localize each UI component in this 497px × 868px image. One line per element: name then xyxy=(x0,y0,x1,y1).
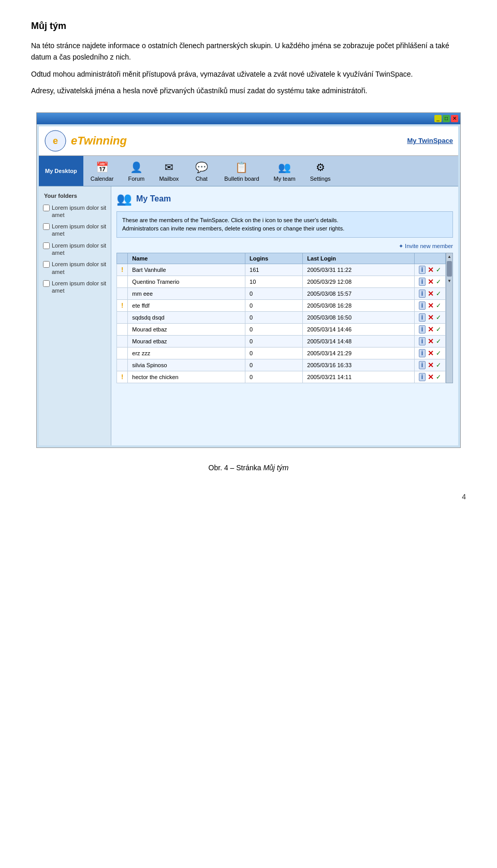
warn-cell-6 xyxy=(117,335,128,347)
delete-button-2[interactable]: ✕ xyxy=(428,290,434,298)
sidebar-item-1[interactable]: Lorem ipsum dolor sit amet xyxy=(39,221,111,240)
minimize-button[interactable]: _ xyxy=(434,115,442,122)
sidebar-checkbox-2[interactable] xyxy=(43,242,50,249)
info-button-0[interactable]: i xyxy=(419,266,426,274)
paragraph-1: Na této stránce najdete informace o osta… xyxy=(31,40,466,63)
delete-button-0[interactable]: ✕ xyxy=(428,266,434,274)
maximize-button[interactable]: □ xyxy=(443,115,450,122)
name-cell-2: mm eee xyxy=(128,287,245,299)
nav-tool-settings[interactable]: ⚙Settings xyxy=(303,158,338,184)
info-button-4[interactable]: i xyxy=(419,313,426,322)
info-button-5[interactable]: i xyxy=(419,325,426,334)
nav-tool-calendar[interactable]: 📅Calendar xyxy=(83,158,121,184)
myteam-label: My team xyxy=(274,176,296,182)
check-button-0[interactable]: ✓ xyxy=(436,266,441,273)
nav-desktop-label[interactable]: My Desktop xyxy=(39,156,83,186)
nav-tool-mailbox[interactable]: ✉Mailbox xyxy=(152,158,186,184)
settings-label: Settings xyxy=(310,176,331,182)
sidebar-checkbox-3[interactable] xyxy=(43,261,50,268)
bulletin-label: Bulletin board xyxy=(224,176,259,182)
info-button-6[interactable]: i xyxy=(419,337,426,345)
check-button-3[interactable]: ✓ xyxy=(436,302,441,309)
warn-cell-8 xyxy=(117,359,128,371)
close-button[interactable]: ✕ xyxy=(451,115,458,122)
lastlogin-cell-8: 2005/03/16 16:33 xyxy=(303,359,414,371)
logins-cell-2: 0 xyxy=(245,287,303,299)
delete-button-5[interactable]: ✕ xyxy=(428,325,434,334)
info-button-2[interactable]: i xyxy=(419,290,426,298)
info-button-7[interactable]: i xyxy=(419,349,426,357)
delete-button-1[interactable]: ✕ xyxy=(428,278,434,286)
scroll-up-button[interactable]: ▲ xyxy=(447,253,451,260)
check-button-7[interactable]: ✓ xyxy=(436,350,441,357)
page-number: 4 xyxy=(31,493,466,501)
delete-button-3[interactable]: ✕ xyxy=(428,301,434,310)
table-row: ! ete ffdf 0 2005/03/08 16:28 i ✕ ✓ xyxy=(117,299,446,311)
lastlogin-cell-0: 2005/03/31 11:22 xyxy=(303,264,414,276)
sidebar-item-0[interactable]: Lorem ipsum dolor sit amet xyxy=(39,202,111,221)
actions-cell-1: i ✕ ✓ xyxy=(414,276,445,287)
warn-icon: ! xyxy=(121,266,123,273)
bulletin-icon: 📋 xyxy=(233,160,250,175)
scroll-thumb[interactable] xyxy=(447,261,452,277)
check-button-6[interactable]: ✓ xyxy=(436,338,441,345)
sidebar-checkbox-1[interactable] xyxy=(43,223,50,230)
app-header: e eTwinning My TwinSpace xyxy=(39,126,458,156)
delete-button-8[interactable]: ✕ xyxy=(428,361,434,369)
info-button-1[interactable]: i xyxy=(419,278,426,286)
paragraph-3: Adresy, uživatelská jména a hesla nově p… xyxy=(31,85,466,96)
logo-area: e eTwinning xyxy=(44,129,127,152)
check-button-2[interactable]: ✓ xyxy=(436,290,441,297)
chat-label: Chat xyxy=(196,176,208,182)
sidebar-checkbox-0[interactable] xyxy=(43,205,50,211)
calendar-label: Calendar xyxy=(91,176,114,182)
name-cell-3: ete ffdf xyxy=(128,299,245,311)
warn-icon: ! xyxy=(121,373,123,381)
logins-cell-9: 0 xyxy=(245,371,303,383)
info-button-3[interactable]: i xyxy=(419,301,426,310)
sidebar-item-3[interactable]: Lorem ipsum dolor sit amet xyxy=(39,258,111,278)
sidebar-item-text-4: Lorem ipsum dolor sit amet xyxy=(52,280,107,295)
screenshot-container: _ □ ✕ e eTwinning My TwinSpace My Deskto… xyxy=(36,112,461,448)
invite-new-member-link[interactable]: ✦ Invite new member xyxy=(116,243,453,250)
nav-bar: My Desktop 📅Calendar👤Forum✉Mailbox💬Chat📋… xyxy=(39,156,458,186)
table-scrollbar[interactable]: ▲ ▼ xyxy=(446,253,453,383)
table-row: Mourad etbaz 0 2005/03/14 14:48 i ✕ ✓ xyxy=(117,335,446,347)
check-button-1[interactable]: ✓ xyxy=(436,278,441,285)
check-button-5[interactable]: ✓ xyxy=(436,326,441,333)
sidebar-checkbox-4[interactable] xyxy=(43,280,50,287)
info-button-9[interactable]: i xyxy=(419,373,426,381)
paragraph-2: Odtud mohou administrátoři měnit přístup… xyxy=(31,68,466,80)
info-box: These are the members of the TwinSpace. … xyxy=(116,211,453,238)
table-row: mm eee 0 2005/03/08 15:57 i ✕ ✓ xyxy=(117,287,446,299)
name-cell-1: Quentino Tramerio xyxy=(128,276,245,287)
forum-icon: 👤 xyxy=(128,160,144,175)
sidebar-item-2[interactable]: Lorem ipsum dolor sit amet xyxy=(39,240,111,259)
delete-button-7[interactable]: ✕ xyxy=(428,349,434,357)
lastlogin-cell-7: 2005/03/14 21:29 xyxy=(303,347,414,359)
delete-button-6[interactable]: ✕ xyxy=(428,337,434,345)
mytwinspace-link[interactable]: My TwinSpace xyxy=(407,137,453,144)
check-button-4[interactable]: ✓ xyxy=(436,314,441,321)
sidebar-item-4[interactable]: Lorem ipsum dolor sit amet xyxy=(39,278,111,297)
check-button-9[interactable]: ✓ xyxy=(436,373,441,381)
check-button-8[interactable]: ✓ xyxy=(436,361,441,369)
window-titlebar: _ □ ✕ xyxy=(37,113,460,124)
scroll-down-button[interactable]: ▼ xyxy=(447,278,451,284)
name-cell-0: Bart Vanhulle xyxy=(128,264,245,276)
lastlogin-cell-1: 2005/03/29 12:08 xyxy=(303,276,414,287)
delete-button-4[interactable]: ✕ xyxy=(428,313,434,322)
actions-cell-5: i ✕ ✓ xyxy=(414,323,445,335)
nav-tool-chat[interactable]: 💬Chat xyxy=(186,158,217,184)
logins-cell-8: 0 xyxy=(245,359,303,371)
name-cell-9: hector the chicken xyxy=(128,371,245,383)
nav-tool-bulletin[interactable]: 📋Bulletin board xyxy=(217,158,266,184)
logins-cell-4: 0 xyxy=(245,311,303,323)
info-button-8[interactable]: i xyxy=(419,361,426,369)
nav-tool-forum[interactable]: 👤Forum xyxy=(121,158,152,184)
logins-cell-3: 0 xyxy=(245,299,303,311)
delete-button-9[interactable]: ✕ xyxy=(428,373,434,381)
nav-tool-myteam[interactable]: 👥My team xyxy=(267,158,303,184)
actions-cell-2: i ✕ ✓ xyxy=(414,287,445,299)
team-title: My Team xyxy=(136,194,171,204)
